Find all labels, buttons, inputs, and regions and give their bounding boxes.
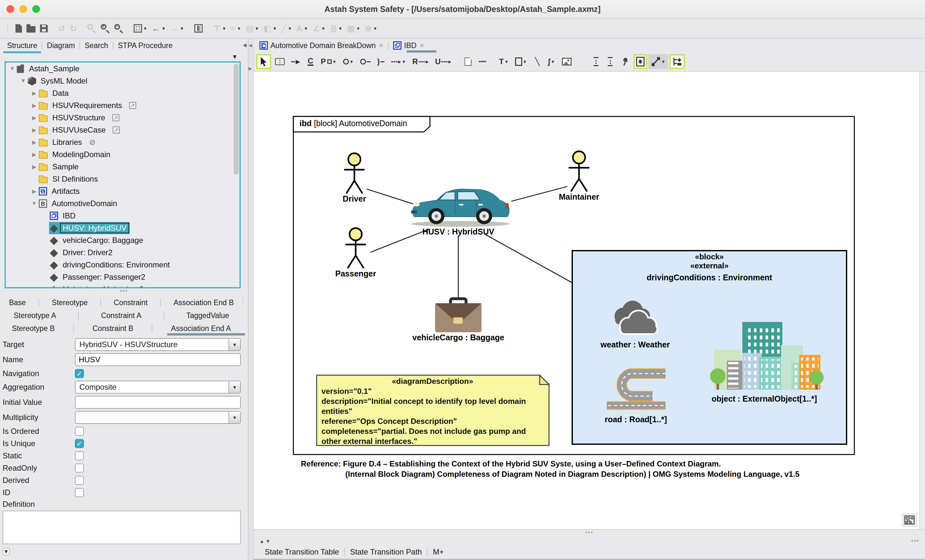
save-button[interactable]	[38, 23, 50, 33]
tree-expand-icon[interactable]: ▼	[30, 200, 38, 207]
tree-expand-icon[interactable]: ▶	[30, 151, 38, 158]
definition-textarea[interactable]	[3, 511, 241, 544]
connector-tool-button[interactable]: C	[304, 54, 317, 69]
target-combo[interactable]: HybridSUV - HSUVStructure▼	[75, 338, 241, 351]
combo-dropdown-icon[interactable]: ▼	[229, 381, 240, 393]
font-button[interactable]: A▼	[294, 23, 310, 34]
height-expand-tool-button[interactable]: ↕	[590, 54, 603, 69]
baggage-label[interactable]: vehicleCargo : Baggage	[413, 333, 505, 342]
dependency-tool-button[interactable]: ▸▼	[389, 54, 408, 69]
prop-tab-stereotype-a[interactable]: Stereotype A	[11, 310, 59, 321]
open-file-button[interactable]	[24, 23, 38, 34]
tree-item-hsuvusecase[interactable]: ▶HSUVUseCase↗	[6, 124, 240, 136]
prop-tab-association-end-a[interactable]: Association End A	[169, 323, 234, 334]
zoom-out-button[interactable]: −	[112, 23, 125, 34]
realization-tool-button[interactable]: R▸	[410, 54, 431, 69]
interface-tool-button[interactable]: ▼	[340, 54, 356, 69]
is-ordered-checkbox[interactable]	[75, 427, 84, 436]
tree-item-data[interactable]: ▶Data	[6, 87, 240, 99]
maintainer-label[interactable]: Maintainer	[559, 192, 599, 202]
port-tool-button[interactable]: P▼	[318, 54, 339, 69]
tab-stpa-procedure[interactable]: STPA Procedure	[113, 40, 177, 51]
tree-item-husv-hybridsuv[interactable]: HUSV: HybridSUV	[6, 222, 240, 234]
zoom-button[interactable]	[85, 23, 98, 34]
collapse-left-arrow-icon[interactable]: ◀	[249, 42, 252, 48]
diagram-tab-automotive-domain-breakdown[interactable]: Automotive Domain BreakDown×	[256, 40, 387, 51]
fit-to-window-button[interactable]: ▼	[132, 23, 149, 34]
minimize-window-button[interactable]	[20, 5, 27, 13]
auto-create-parts-tool-button[interactable]	[669, 54, 685, 69]
zoom-in-button[interactable]: +	[99, 23, 111, 34]
tree-item-libraries[interactable]: ▶Libraries⊘	[6, 136, 240, 148]
bottom-splitter-handle[interactable]: •••	[911, 538, 919, 545]
panel-splitter-handle[interactable]: •••	[0, 288, 248, 295]
road-label[interactable]: road : Road[1..*]	[604, 415, 667, 424]
combo-dropdown-icon[interactable]: ▼	[229, 339, 240, 350]
tree-menu-button[interactable]: ▼	[232, 54, 238, 60]
show-parts-tool-button[interactable]	[634, 54, 647, 69]
line-style-tool-button[interactable]: ▼	[648, 54, 668, 69]
id-checkbox[interactable]	[75, 488, 84, 497]
tree-item-sysml-model[interactable]: ▼SysML Model	[6, 75, 240, 87]
combo-dropdown-icon[interactable]: ▼	[229, 412, 240, 423]
bottom-tab-state-transition-table[interactable]: State Transition Table	[259, 547, 344, 557]
readonly-checkbox[interactable]	[75, 464, 84, 473]
prop-tab-association-end-b[interactable]: Association End B	[171, 297, 237, 309]
panel-divider[interactable]: ◀ ▶	[248, 39, 254, 560]
back-button[interactable]: ←▼	[150, 23, 167, 34]
is-unique-checkbox[interactable]: ✓	[75, 439, 84, 448]
usage-tool-button[interactable]: U▸	[432, 54, 454, 69]
tree-expand-icon[interactable]: ▶	[30, 90, 38, 97]
line-color-button[interactable]: ╱▼	[280, 23, 294, 34]
tree-item-maintainer-maintainer2[interactable]: Maintainer: Maintainer2	[6, 283, 240, 288]
part-tool-button[interactable]: :	[273, 54, 287, 69]
canvas-vertical-scrollbar[interactable]	[919, 72, 925, 529]
weather-label[interactable]: weather : Weather	[601, 340, 670, 349]
line-tool-button[interactable]: ╲	[531, 54, 544, 69]
tree-expand-icon[interactable]: ▶	[30, 188, 38, 195]
bottom-tab-state-transition-path[interactable]: State Transition Path	[345, 547, 427, 557]
env-title[interactable]: drivingConditions : Environment	[647, 273, 772, 282]
tree-expand-icon[interactable]: ▼	[8, 65, 16, 72]
multiplicity-combo[interactable]: ▼	[75, 411, 241, 424]
web-publish-button[interactable]: ⊕▼	[363, 23, 379, 34]
tree-item-artifacts[interactable]: ▶Artifacts	[6, 185, 240, 197]
close-tab-icon[interactable]: ×	[379, 41, 383, 50]
prop-tab-taggedvalue[interactable]: TaggedValue	[184, 310, 232, 321]
fill-color-button[interactable]: ◧▼	[261, 23, 279, 34]
forward-button[interactable]: →▼	[168, 23, 186, 34]
static-checkbox[interactable]	[75, 451, 84, 460]
name-field[interactable]	[75, 353, 241, 366]
hierarchy-button[interactable]: ≣▼	[328, 23, 344, 34]
tree-expand-icon[interactable]: ▶	[30, 139, 38, 146]
tree-expand-icon[interactable]: ▶	[30, 102, 38, 109]
tab-diagram[interactable]: Diagram	[42, 40, 79, 51]
tree-item-si-definitions[interactable]: SI Definitions	[6, 173, 240, 185]
baggage-briefcase[interactable]	[435, 299, 482, 332]
required-interface-tool-button[interactable]: )	[374, 54, 387, 69]
driver-label[interactable]: Driver	[343, 194, 366, 203]
bottom-scroll-arrows[interactable]: ▲ ▼	[259, 538, 270, 544]
husv-car[interactable]	[411, 189, 509, 227]
tree-item-hsuvrequirements[interactable]: ▶HSUVRequirements↗	[6, 99, 240, 111]
navigation-checkbox[interactable]: ✓	[75, 369, 84, 378]
note-tool-button[interactable]	[461, 54, 475, 69]
tree-item-modelingdomain[interactable]: ▶ModelingDomain	[6, 148, 240, 161]
prop-tab-constraint-a[interactable]: Constraint A	[98, 310, 144, 321]
diagram-overview-button[interactable]	[902, 513, 917, 527]
expand-right-arrow-icon[interactable]: ▶	[249, 66, 252, 71]
height-compress-tool-button[interactable]: ↕	[604, 54, 617, 69]
tree-expand-icon[interactable]: ▶	[30, 127, 38, 134]
toolbar-grip-button[interactable]: ⋮	[2, 24, 13, 33]
prop-tab-base[interactable]: Base	[6, 297, 29, 309]
diagram-description-note[interactable]: «diagramDescription» version="0.1"descri…	[318, 375, 548, 445]
canvas-splitter-handle[interactable]: •••	[254, 529, 925, 537]
pin-tool-button[interactable]	[618, 54, 632, 69]
prop-tab-stereotype-b[interactable]: Stereotype B	[9, 323, 57, 334]
tree-item-ibd[interactable]: IBD	[6, 210, 240, 222]
select-tool-button[interactable]	[256, 54, 271, 69]
diagram-tab-ibd[interactable]: IBD×	[390, 40, 427, 51]
actor-maintainer[interactable]	[569, 151, 589, 191]
property-panel-grip[interactable]: ⋮	[240, 298, 247, 301]
diagram-canvas[interactable]: ibd [block] AutomotiveDomain Driver Main…	[254, 72, 925, 529]
